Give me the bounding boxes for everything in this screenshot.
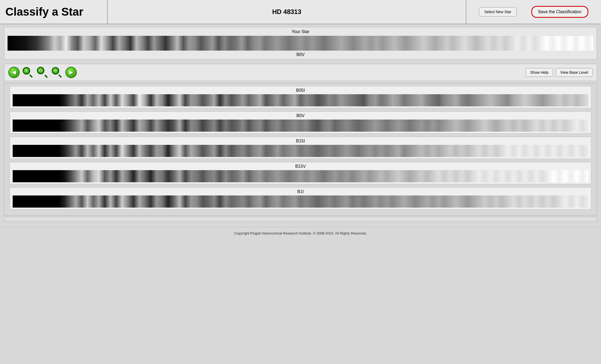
toolbar: ◀ + 1:1 − bbox=[4, 64, 597, 81]
your-star-panel: Your Star B0V bbox=[4, 27, 597, 60]
show-help-button[interactable]: Show Help bbox=[526, 68, 553, 77]
spectrum-item-b15v[interactable]: B15V bbox=[10, 162, 591, 184]
copyright-text: Copyright Pisgah Astronomical Research I… bbox=[234, 231, 367, 235]
spectrum-label-b15i: B15I bbox=[13, 139, 588, 144]
header-title-section: Classify a Star bbox=[0, 0, 108, 24]
spectrum-visual-b15i bbox=[13, 145, 588, 157]
spectrum-item-b15i[interactable]: B15I bbox=[10, 137, 591, 159]
spectrum-label-b1i: B1I bbox=[13, 189, 588, 194]
spectrum-visual-b15v bbox=[13, 170, 588, 182]
toolbar-nav-zoom: ◀ + 1:1 − bbox=[8, 66, 523, 79]
main-content: Your Star B0V ◀ + 1:1 bbox=[0, 24, 601, 224]
separator bbox=[4, 62, 597, 64]
your-star-spectrum bbox=[8, 36, 593, 51]
spectrum-bar-b0v bbox=[13, 120, 588, 132]
spectrum-bar-b15v bbox=[13, 170, 588, 182]
spectrum-bar-b15i bbox=[13, 145, 588, 157]
zoom-reset-button[interactable]: 1:1 bbox=[36, 66, 49, 79]
horizontal-scrollbar[interactable] bbox=[4, 217, 597, 222]
view-base-level-button[interactable]: View Base Level bbox=[556, 68, 593, 77]
spectrum-item-b0v[interactable]: B0V bbox=[10, 111, 591, 134]
header-actions: Select New Star Save the Classification bbox=[466, 0, 601, 24]
app-title: Classify a Star bbox=[5, 5, 83, 18]
spectrum-item-b05i[interactable]: B05I bbox=[10, 86, 591, 108]
nav-back-button[interactable]: ◀ bbox=[8, 67, 20, 78]
spectrum-label-b0v: B0V bbox=[13, 113, 588, 118]
header: Classify a Star HD 48313 Select New Star… bbox=[0, 0, 601, 24]
spectrum-item-b1i[interactable]: B1I bbox=[10, 187, 591, 209]
star-name-display: HD 48313 bbox=[108, 0, 466, 24]
zoom-in-button[interactable]: + bbox=[22, 66, 34, 79]
spectrum-bar-b1i bbox=[13, 195, 588, 208]
spectrum-visual-b1i bbox=[13, 195, 588, 208]
nav-forward-button[interactable]: ▶ bbox=[65, 67, 77, 78]
spectra-list-panel: B05I B0V B15I B15V bbox=[4, 83, 597, 216]
star-name-label: HD 48313 bbox=[272, 8, 301, 16]
select-new-star-button[interactable]: Select New Star bbox=[479, 7, 516, 16]
spectrum-visualization bbox=[8, 36, 593, 51]
footer: Copyright Pisgah Astronomical Research I… bbox=[0, 227, 601, 239]
spectrum-label-b15v: B15V bbox=[13, 164, 588, 169]
your-star-label: Your Star bbox=[8, 29, 593, 34]
toolbar-actions: Show Help View Base Level bbox=[526, 68, 593, 77]
spectrum-visual-b0v bbox=[13, 120, 588, 132]
spectrum-label-b05i: B05I bbox=[13, 88, 588, 93]
spectrum-bar-b05i bbox=[13, 94, 588, 106]
your-star-classification: B0V bbox=[8, 52, 593, 57]
save-classification-button[interactable]: Save the Classification bbox=[531, 6, 588, 18]
spectrum-visual-b05i bbox=[13, 94, 588, 106]
zoom-out-button[interactable]: − bbox=[51, 66, 63, 79]
